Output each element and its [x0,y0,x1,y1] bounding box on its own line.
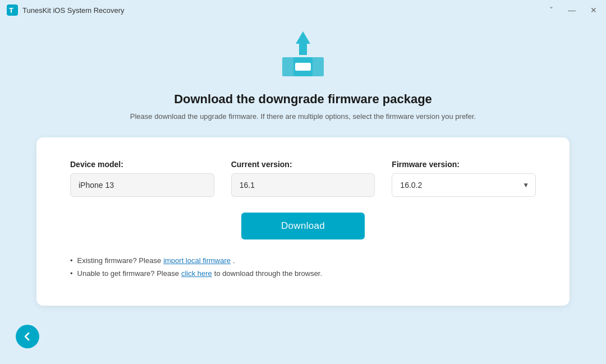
firmware-version-select[interactable]: 16.0.2 16.0.1 16.0 15.7.1 15.7 [392,173,536,197]
chevron-down-button[interactable]: ˅ [547,5,556,15]
browser-download-text: Unable to get firmware? Please [77,269,179,278]
app-title: TunesKit iOS System Recovery [22,6,547,15]
main-card: Device model: Current version: Firmware … [36,137,570,306]
bullet-1: • [70,256,73,265]
firmware-version-label: Firmware version: [392,160,536,169]
current-version-group: Current version: [231,160,375,197]
form-row: Device model: Current version: Firmware … [70,160,536,197]
page-heading: Download the downgrade firmware package [174,92,432,107]
minimize-button[interactable]: — [566,5,578,15]
browser-download-line: • Unable to get firmware? Please click h… [70,269,536,278]
app-icon: T [7,4,18,16]
firmware-download-icon [278,31,328,85]
back-button[interactable] [16,325,39,348]
import-local-firmware-link[interactable]: import local firmware [163,256,231,265]
firmware-import-text: Existing firmware? Please [77,256,162,265]
svg-marker-2 [296,31,310,55]
footer-links: • Existing firmware? Please import local… [70,256,536,278]
back-arrow-icon [22,331,33,342]
main-content: Download the downgrade firmware package … [0,20,606,322]
close-button[interactable]: ✕ [588,5,599,15]
firmware-import-after: . [233,256,235,265]
browser-download-after: to download through the browser. [214,269,322,278]
download-button[interactable]: Download [241,213,365,239]
current-version-input [231,173,375,197]
download-button-row: Download [70,213,536,239]
firmware-version-group: Firmware version: 16.0.2 16.0.1 16.0 15.… [392,160,536,197]
svg-text:T: T [9,6,13,15]
titlebar: T TunesKit iOS System Recovery ˅ — ✕ [0,0,606,20]
bullet-2: • [70,269,73,278]
click-here-link[interactable]: click here [181,269,212,278]
device-model-label: Device model: [70,160,214,169]
firmware-icon-wrapper [278,31,328,82]
window-controls: ˅ — ✕ [547,5,599,15]
device-model-group: Device model: [70,160,214,197]
current-version-label: Current version: [231,160,375,169]
page-subheading: Please download the upgrade firmware. If… [130,112,476,121]
firmware-select-wrapper: 16.0.2 16.0.1 16.0 15.7.1 15.7 ▼ [392,173,536,197]
device-model-input [70,173,214,197]
svg-rect-6 [295,63,311,71]
firmware-import-line: • Existing firmware? Please import local… [70,256,536,265]
